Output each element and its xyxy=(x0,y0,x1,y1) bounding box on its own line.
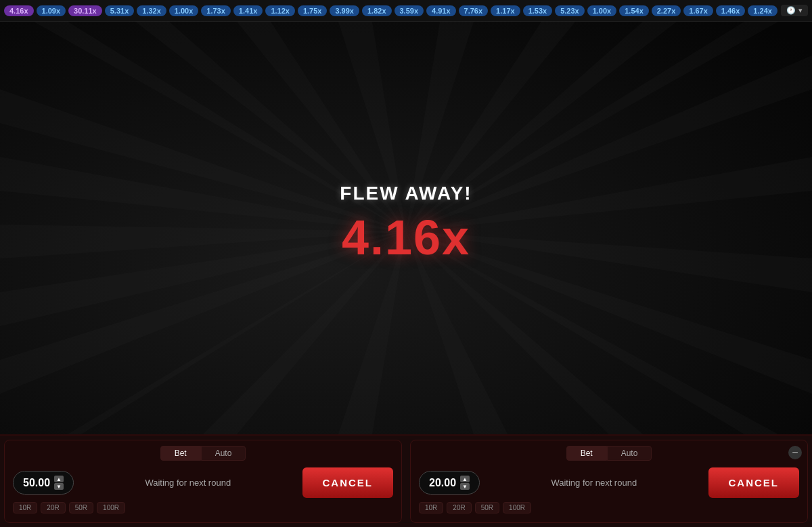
multiplier-badge[interactable]: 1.00x xyxy=(169,5,199,16)
top-bar-right: 🕐 ▾ xyxy=(781,5,808,16)
multiplier-badge[interactable]: 2.27x xyxy=(652,5,681,16)
multiplier-badge[interactable]: 1.00x xyxy=(587,5,617,16)
bottom-panel: Bet Auto 50.00 ▲ ▼ Waiting for next roun… xyxy=(0,434,812,527)
bet-tabs-left: Bet Auto xyxy=(13,446,393,461)
minus-icon: − xyxy=(792,447,798,458)
multiplier-badge[interactable]: 3.59x xyxy=(394,5,424,16)
waiting-text-left: Waiting for next round xyxy=(81,478,295,488)
bet-panel-right: − Bet Auto 20.00 ▲ ▼ Waiting for next ro… xyxy=(410,440,808,523)
multiplier-badge[interactable]: 4.91x xyxy=(426,5,456,16)
cancel-button-right[interactable]: CANCEL xyxy=(708,467,800,498)
cancel-button-left[interactable]: CANCEL xyxy=(302,467,394,498)
top-bar: 4.16x1.09x30.11x5.31x1.32x1.00x1.73x1.41… xyxy=(0,0,812,22)
multiplier-badge[interactable]: 1.75x xyxy=(298,5,328,16)
bet-panel-left: Bet Auto 50.00 ▲ ▼ Waiting for next roun… xyxy=(4,440,402,523)
multiplier-badge[interactable]: 5.31x xyxy=(105,5,135,16)
multiplier-badge[interactable]: 3.99x xyxy=(330,5,359,16)
multiplier-badge[interactable]: 1.82x xyxy=(362,5,392,16)
multiplier-badge[interactable]: 1.12x xyxy=(265,5,295,16)
bet-down-left[interactable]: ▼ xyxy=(54,483,64,490)
bet-arrows-left[interactable]: ▲ ▼ xyxy=(54,476,64,490)
quick-bet-right[interactable]: 20R xyxy=(447,502,471,513)
multiplier-badge[interactable]: 1.53x xyxy=(523,5,553,16)
multiplier-badge[interactable]: 1.24x xyxy=(748,5,777,16)
multiplier-badge[interactable]: 4.16x xyxy=(4,5,34,16)
quick-bet-left[interactable]: 20R xyxy=(41,502,65,513)
quick-bet-left[interactable]: 10R xyxy=(13,502,37,513)
multiplier-badge[interactable]: 1.41x xyxy=(233,5,263,16)
bet-down-right[interactable]: ▼ xyxy=(460,483,470,490)
quick-bet-left[interactable]: 50R xyxy=(69,502,93,513)
multiplier-badge[interactable]: 1.54x xyxy=(619,5,649,16)
quick-bet-right[interactable]: 50R xyxy=(475,502,499,513)
clock-chevron: ▾ xyxy=(798,6,803,15)
game-result-container: FLEW AWAY! 4.16x xyxy=(340,183,472,265)
bet-row-left: 50.00 ▲ ▼ Waiting for next round CANCEL xyxy=(13,467,393,498)
tab-bet-left[interactable]: Bet xyxy=(160,446,201,461)
waiting-text-right: Waiting for next round xyxy=(487,478,701,488)
bet-arrows-right[interactable]: ▲ ▼ xyxy=(460,476,470,490)
quick-bet-right[interactable]: 100R xyxy=(503,502,531,513)
multipliers-list: 4.16x1.09x30.11x5.31x1.32x1.00x1.73x1.41… xyxy=(4,5,778,16)
multiplier-badge[interactable]: 5.23x xyxy=(555,5,585,16)
multiplier-badge[interactable]: 1.67x xyxy=(683,5,713,16)
tab-auto-right[interactable]: Auto xyxy=(607,446,652,461)
multiplier-badge[interactable]: 7.76x xyxy=(459,5,489,16)
bet-up-right[interactable]: ▲ xyxy=(460,476,470,482)
bet-up-left[interactable]: ▲ xyxy=(54,476,64,482)
multiplier-badge[interactable]: 1.17x xyxy=(491,5,520,16)
bet-row-right: 20.00 ▲ ▼ Waiting for next round CANCEL xyxy=(419,467,799,498)
quick-bets-left: 10R20R50R100R xyxy=(13,502,393,513)
multiplier-badge[interactable]: 1.46x xyxy=(716,5,746,16)
quick-bets-right: 10R20R50R100R xyxy=(419,502,799,513)
bet-amount-value-right: 20.00 xyxy=(429,477,456,489)
multiplier-badge[interactable]: 1.32x xyxy=(137,5,166,16)
multiplier-badge[interactable]: 1.09x xyxy=(37,5,66,16)
bet-amount-right: 20.00 ▲ ▼ xyxy=(419,471,480,495)
quick-bet-left[interactable]: 100R xyxy=(97,502,125,513)
multiplier-badge[interactable]: 30.11x xyxy=(68,5,102,16)
crash-multiplier: 4.16x xyxy=(340,210,472,265)
flew-away-label: FLEW AWAY! xyxy=(340,183,472,204)
clock-indicator: 🕐 ▾ xyxy=(781,5,808,16)
panel-close-right[interactable]: − xyxy=(788,446,802,459)
tab-bet-right[interactable]: Bet xyxy=(566,446,607,461)
game-area: FLEW AWAY! 4.16x xyxy=(0,22,812,434)
bet-amount-left: 50.00 ▲ ▼ xyxy=(13,471,74,495)
clock-icon: 🕐 xyxy=(786,6,796,15)
multiplier-badge[interactable]: 1.73x xyxy=(201,5,231,16)
bet-tabs-right: Bet Auto xyxy=(419,446,799,461)
quick-bet-right[interactable]: 10R xyxy=(419,502,443,513)
bet-amount-value-left: 50.00 xyxy=(23,477,50,489)
tab-auto-left[interactable]: Auto xyxy=(201,446,246,461)
